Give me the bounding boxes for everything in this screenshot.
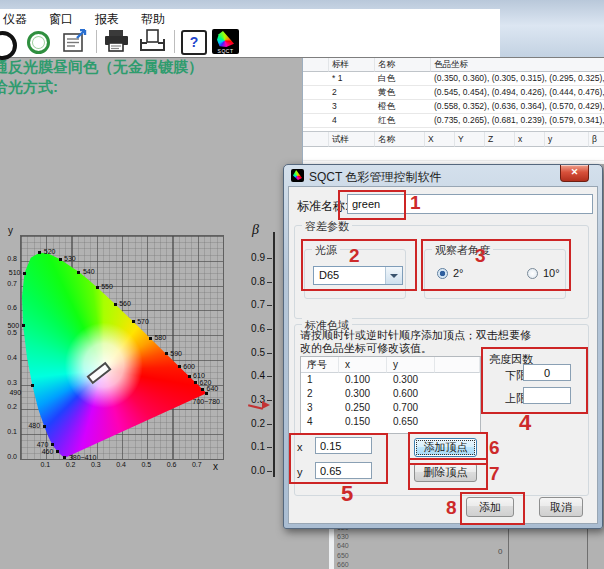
table-cell	[303, 147, 329, 161]
wavelength-label: 580	[154, 334, 166, 341]
close-icon[interactable]: ✕	[560, 165, 589, 182]
add-button[interactable]: 添加	[466, 497, 514, 517]
upper-limit-input[interactable]	[523, 387, 571, 404]
table-cell	[329, 147, 375, 161]
wavelength-dot	[43, 425, 46, 428]
table-cell: * 1	[329, 72, 375, 86]
menu-item[interactable]: 仪器	[0, 10, 38, 27]
light-source-select[interactable]: D65	[313, 266, 403, 285]
beta-tick-label: 0.8	[225, 276, 265, 287]
vertex-y-label: y	[297, 466, 303, 478]
table-cell	[435, 415, 480, 429]
wavelength-dot	[188, 375, 191, 378]
beta-tick-mark	[267, 353, 272, 354]
wavelength-dot	[194, 381, 197, 384]
background-gridline	[587, 528, 588, 569]
table-cell: 0.600	[387, 387, 435, 401]
wavelength-dot	[63, 456, 66, 459]
table-cell: (0.350, 0.360), (0.305, 0.315), (0.295, …	[431, 72, 604, 86]
wavelength-label: 490	[9, 389, 21, 396]
table-cell: 4	[301, 415, 339, 429]
standard-name-input[interactable]	[347, 194, 593, 214]
toolbar-separator	[96, 30, 97, 53]
radio-button-icon	[437, 268, 448, 279]
wavelength-label: 460	[42, 448, 54, 455]
column-header: Z	[485, 132, 515, 147]
column-header: 色品坐标	[431, 57, 604, 72]
samples-table: 试样名称XYZxyβ	[303, 131, 604, 161]
delete-vertex-button[interactable]: 删除顶点	[414, 463, 477, 482]
vertex-table-row[interactable]: 40.1500.650	[301, 415, 480, 429]
radio-2-degree-label: 2°	[453, 267, 464, 279]
standards-table: 标样名称色品坐标 * 1白色(0.350, 0.360), (0.305, 0.…	[303, 57, 604, 128]
measurement-tables-panel: 标样名称色品坐标 * 1白色(0.350, 0.360), (0.305, 0.…	[302, 57, 604, 164]
table-cell	[545, 147, 589, 161]
vertex-table-row[interactable]: 30.2500.700	[301, 401, 480, 415]
background-gridline	[508, 528, 509, 569]
table-row[interactable]: 2黄色(0.545, 0.454), (0.494, 0.426), (0.44…	[303, 86, 604, 100]
table-row[interactable]: 3橙色(0.558, 0.352), (0.636, 0.364), (0.57…	[303, 100, 604, 114]
add-vertex-button[interactable]: 添加顶点	[414, 438, 477, 457]
wavelength-dot	[56, 450, 59, 453]
beta-axis: β 0.90.80.70.60.50.40.30.20.10.0	[222, 222, 282, 482]
table-cell: 2	[329, 86, 375, 100]
wavelength-label: 500	[7, 322, 19, 329]
document-heading: 通反光膜昼间色（无金属镀膜） 给光方式:	[0, 57, 203, 97]
table-row[interactable]: 4红色(0.735, 0.265), (0.681, 0.239), (0.57…	[303, 114, 604, 128]
vertex-y-input[interactable]	[315, 462, 372, 479]
export-report-icon[interactable]	[62, 29, 88, 54]
column-header: 名称	[375, 57, 431, 72]
menu-item[interactable]: 帮助	[130, 10, 176, 27]
beta-tick-label: 0.2	[225, 418, 265, 429]
vertex-table-row[interactable]: 20.3000.600	[301, 387, 480, 401]
chevron-down-icon[interactable]	[385, 267, 402, 284]
vertex-table-row[interactable]: 10.1000.300	[301, 373, 480, 387]
wavelength-label: 380~410	[69, 454, 96, 461]
wavelength-label: 570	[137, 318, 149, 325]
vertex-table[interactable]: 序号xy 10.1000.30020.3000.60030.2500.70040…	[300, 356, 481, 434]
column-header: 序号	[301, 357, 339, 373]
wavelength-list-item: 630	[337, 532, 349, 541]
help-icon[interactable]: ?	[181, 30, 207, 55]
dialog-titlebar[interactable]: SQCT 色彩管理控制软件 ✕	[284, 165, 602, 186]
wavelength-label: 470	[37, 441, 49, 448]
beta-tick-label: 0.9	[225, 252, 265, 263]
column-header: y	[545, 132, 589, 147]
table-cell	[303, 86, 329, 100]
wavelength-label: 540	[83, 268, 95, 275]
vertex-x-input[interactable]	[315, 437, 372, 454]
wavelength-dot	[205, 392, 208, 395]
measure-circle-icon[interactable]	[0, 31, 17, 60]
app-window: 仪器窗口报表帮助	[0, 0, 604, 569]
radio-button-icon	[527, 268, 538, 279]
print-icon[interactable]	[103, 29, 129, 54]
radio-2-degree[interactable]: 2°	[437, 267, 464, 279]
beta-tick-label: 0.6	[225, 323, 265, 334]
calibrate-circle-icon[interactable]	[27, 31, 50, 54]
save-output-icon[interactable]	[139, 29, 165, 54]
column-header	[303, 132, 329, 147]
table-cell: (0.735, 0.265), (0.681, 0.239), (0.579, …	[431, 114, 604, 128]
wavelength-label: 600	[183, 363, 195, 370]
lower-limit-input[interactable]	[523, 364, 571, 381]
wavelength-label: 700~780	[193, 398, 220, 405]
table-row[interactable]: * 1白色(0.350, 0.360), (0.305, 0.315), (0.…	[303, 72, 604, 86]
radio-10-degree[interactable]: 10°	[527, 267, 560, 279]
menu-item[interactable]: 报表	[84, 10, 130, 27]
wavelength-label: 590	[170, 350, 182, 357]
column-header: x	[515, 132, 545, 147]
beta-marker-arrow-icon	[262, 401, 270, 409]
y-tick-label: 0.0	[0, 453, 17, 460]
beta-tick-mark	[267, 376, 272, 377]
cancel-button[interactable]: 取消	[539, 497, 583, 517]
sqct-logo-icon[interactable]: SQCT	[212, 29, 239, 54]
table-cell	[515, 147, 545, 161]
wavelength-dot	[178, 365, 181, 368]
table-cell	[455, 147, 485, 161]
samples-table-header: 试样名称XYZxyβ	[303, 132, 604, 147]
menu-item[interactable]: 窗口	[38, 10, 84, 27]
y-tick-label: 0.8	[0, 255, 17, 262]
chromaticity-diagram: y x 520530540550560570580590600610620640…	[0, 225, 240, 475]
background-panel-strip	[329, 523, 334, 569]
y-tick-label: 0.2	[0, 403, 17, 410]
